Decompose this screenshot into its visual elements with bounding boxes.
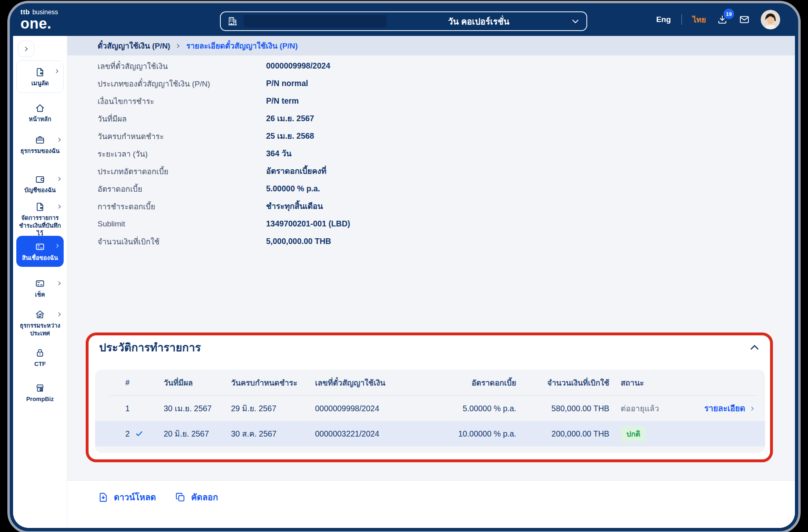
table-column-header: วันที่มีผล: [164, 377, 231, 389]
top-bar: ttb business one. วัน คอเปอร์เรชั่น Eng …: [10, 3, 798, 36]
sidebar-item-ctf[interactable]: CTF: [16, 348, 64, 368]
detail-value: 26 เม.ย. 2567: [266, 112, 314, 125]
amount: 580,000.00 THB: [516, 404, 609, 413]
building-icon: [227, 16, 238, 27]
detail-label: ระยะเวลา (วัน): [98, 148, 266, 160]
sidebar-item-my-accounts[interactable]: บัญชีของฉัน: [16, 174, 64, 194]
breadcrumb-parent[interactable]: ตั๋วสัญญาใช้เงิน (P/N): [98, 40, 170, 52]
detail-value: P/N term: [266, 96, 299, 106]
content: เลขที่ตั๋วสัญญาใช้เงิน0000009998/2024ประ…: [67, 55, 795, 480]
table-header-row: #วันที่มีผลวันครบกำหนดชำระเลขที่ตั๋วสัญญ…: [95, 370, 765, 396]
sidebar-item-label: CTF: [16, 360, 64, 368]
sidebar-item-home[interactable]: หน้าหลัก: [16, 103, 64, 123]
app-window: ttb business one. วัน คอเปอร์เรชั่น Eng …: [10, 3, 798, 531]
breadcrumb: ตั๋วสัญญาใช้เงิน (P/N) รายละเอียดตั๋วสัญ…: [67, 36, 795, 55]
chevron-right-icon: [54, 243, 60, 249]
due-date: 30 ส.ค. 2567: [231, 428, 315, 440]
house-transfer-icon: [35, 309, 45, 320]
status-cell: ต่ออายุแล้ว: [609, 402, 694, 415]
briefcase-icon: [35, 135, 45, 145]
doc-heart-icon: [35, 202, 45, 212]
company-selector[interactable]: วัน คอเปอร์เรชั่น: [220, 11, 587, 31]
user-avatar[interactable]: [761, 10, 780, 29]
history-row-2: 220 มิ.ย. 256730 ส.ค. 25670000003221/202…: [95, 421, 765, 446]
language-english[interactable]: Eng: [656, 15, 671, 24]
row-number-cell: 2: [125, 429, 164, 439]
sidebar-item-international[interactable]: ธุรกรรมระหว่างประเทศ: [16, 309, 64, 337]
chevron-up-icon: [749, 342, 760, 353]
chevron-right-icon: [22, 45, 30, 53]
detail-value: 1349700201-001 (LBD): [266, 219, 350, 228]
notification-badge: 19: [724, 9, 734, 19]
chevron-right-icon: [749, 406, 755, 412]
app-body: เมนูลัดหน้าหลักธุรกรรมของฉันบัญชีของฉันจ…: [13, 36, 795, 528]
due-date: 29 มิ.ย. 2567: [231, 402, 315, 415]
status-badge: ปกติ: [621, 426, 646, 442]
collapse-section-button[interactable]: [749, 342, 760, 353]
detail-value: อัตราดอกเบี้ยคงที่: [266, 165, 326, 177]
language-thai[interactable]: ไทย: [693, 13, 706, 26]
chevron-right-icon: [56, 311, 62, 317]
language-divider: [681, 14, 682, 25]
sidebar-item-label: ธุรกรรมของฉัน: [16, 147, 64, 155]
sidebar-item-cheque[interactable]: เช็ค: [16, 278, 64, 299]
history-section: ประวัติการทำรายการ #วันที่มีผลวันครบกำหน…: [86, 332, 773, 462]
action-bar: ดาวน์โหลด คัดลอก: [67, 480, 795, 528]
table-column-header: เลขที่ตั๋วสัญญาใช้เงิน: [315, 377, 435, 389]
doc-heart-icon: [35, 67, 45, 78]
detail-value: P/N normal: [266, 79, 308, 88]
detail-row: วันครบกำหนดชำระ25 เม.ย. 2568: [98, 127, 779, 145]
brand-logo: ttb business one.: [20, 9, 58, 31]
top-right-cluster: Eng ไทย 19: [656, 3, 780, 36]
sidebar-item-saved-payments[interactable]: จัดการรายการชำระเงินที่บันทึกไว้: [16, 202, 64, 237]
detail-row: การชำระดอกเบี้ยชำระทุกสิ้นเดือน: [98, 197, 779, 215]
detail-row: ระยะเวลา (วัน)364 วัน: [98, 145, 779, 162]
detail-label: การชำระดอกเบี้ย: [98, 200, 266, 213]
chevron-right-icon: [56, 137, 62, 143]
detail-value: 364 วัน: [266, 147, 291, 160]
table-column-header: วันครบกำหนดชำระ: [231, 377, 315, 389]
check-icon: [135, 429, 144, 438]
sidebar: เมนูลัดหน้าหลักธุรกรรมของฉันบัญชีของฉันจ…: [13, 36, 67, 528]
mail-icon[interactable]: [739, 14, 750, 25]
sidebar-item-prompbiz[interactable]: PrompBiz: [16, 383, 64, 403]
chevron-right-icon: [54, 68, 60, 74]
pn-number: 0000009998/2024: [315, 404, 435, 413]
effective-date: 20 มิ.ย. 2567: [164, 428, 231, 440]
details-link[interactable]: รายละเอียด: [694, 402, 755, 415]
screen: ttb business one. วัน คอเปอร์เรชั่น Eng …: [0, 0, 808, 532]
chevron-down-icon: [571, 17, 580, 26]
logo-business: business: [32, 9, 58, 16]
detail-row: ประเภทของตั๋วสัญญาใช้เงิน (P/N)P/N norma…: [98, 75, 779, 92]
home-icon: [35, 103, 45, 113]
detail-label: Sublimit: [98, 219, 266, 228]
sidebar-item-label: หน้าหลัก: [16, 115, 64, 123]
sidebar-item-shortcut-menu[interactable]: เมนูลัด: [16, 60, 64, 93]
amount: 200,000.00 THB: [516, 429, 609, 439]
row-number: 1: [125, 404, 130, 413]
company-name: วัน คอเปอร์เรชั่น: [392, 15, 565, 28]
sidebar-item-my-loans[interactable]: สินเชื่อของฉัน: [16, 236, 64, 267]
logo-one: one.: [20, 16, 58, 31]
chevron-right-icon: [56, 176, 62, 182]
detail-label: ประเภทอัตราดอกเบี้ย: [98, 165, 266, 177]
details-link-label: รายละเอียด: [704, 402, 745, 415]
logo-ttb: ttb: [20, 9, 30, 16]
detail-row: วันที่มีผล26 เม.ย. 2567: [98, 110, 779, 127]
card-icon: [35, 278, 45, 289]
detail-label: วันครบกำหนดชำระ: [98, 130, 266, 142]
wallet-icon: [35, 174, 45, 184]
sidebar-expand-button[interactable]: [18, 41, 34, 57]
chevron-right-icon: [56, 204, 62, 210]
download-button[interactable]: ดาวน์โหลด: [98, 490, 156, 504]
detail-row: จำนวนเงินที่เบิกใช้5,000,000.00 THB: [98, 233, 779, 250]
detail-value: 25 เม.ย. 2568: [266, 130, 314, 142]
detail-value: ชำระทุกสิ้นเดือน: [266, 200, 323, 213]
download-icon[interactable]: 19: [717, 14, 728, 25]
envelope-icon: [739, 14, 750, 25]
detail-row: เงื่อนไขการชำระP/N term: [98, 92, 779, 110]
sidebar-item-label: สินเชื่อของฉัน: [16, 254, 64, 262]
copy-button[interactable]: คัดลอก: [175, 490, 218, 504]
sidebar-item-my-transactions[interactable]: ธุรกรรมของฉัน: [16, 135, 64, 155]
detail-row: ประเภทอัตราดอกเบี้ยอัตราดอกเบี้ยคงที่: [98, 162, 779, 180]
